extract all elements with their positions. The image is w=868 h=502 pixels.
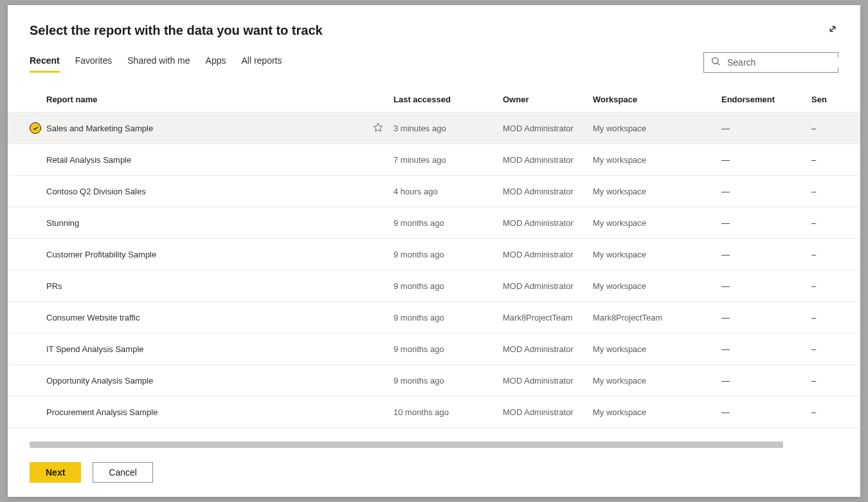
row-owner: MOD Administrator (503, 176, 593, 207)
star-icon[interactable] (373, 125, 383, 135)
row-sensitivity: – (811, 144, 860, 176)
row-report-name: Sales and Marketing Sample (46, 113, 368, 144)
row-favorite-cell[interactable] (368, 396, 393, 428)
row-sensitivity: – (811, 365, 860, 396)
row-select-cell[interactable] (8, 302, 46, 333)
row-report-name: Customer Profitability Sample (46, 239, 368, 270)
search-icon (710, 56, 721, 69)
row-report-name: PRs (46, 270, 368, 302)
table-row[interactable]: Procurement Analysis Sample10 months ago… (8, 396, 860, 428)
tab-favorites[interactable]: Favorites (75, 55, 113, 73)
col-last-accessed[interactable]: Last accessed (393, 87, 503, 113)
row-select-cell[interactable] (8, 239, 46, 270)
horizontal-scrollbar[interactable] (30, 442, 783, 448)
row-owner: Mark8ProjectTeam (503, 302, 593, 333)
row-endorsement: — (721, 302, 811, 333)
table-row[interactable]: PRs9 months agoMOD AdministratorMy works… (8, 270, 860, 302)
row-endorsement: — (721, 144, 811, 176)
row-favorite-cell[interactable] (368, 365, 393, 396)
row-favorite-cell[interactable] (368, 333, 393, 365)
row-owner: MOD Administrator (503, 207, 593, 239)
row-workspace: My workspace (593, 270, 721, 302)
row-last-accessed: 7 minutes ago (393, 144, 503, 176)
row-favorite-cell[interactable] (368, 270, 393, 302)
row-last-accessed: 4 hours ago (393, 176, 503, 207)
tab-search-row: Recent Favorites Shared with me Apps All… (8, 52, 860, 73)
row-workspace: My workspace (593, 176, 721, 207)
row-owner: MOD Administrator (503, 270, 593, 302)
row-sensitivity: – (811, 207, 860, 239)
row-endorsement: — (721, 396, 811, 428)
col-owner[interactable]: Owner (503, 87, 593, 113)
search-input[interactable] (727, 57, 840, 68)
row-select-cell[interactable] (8, 270, 46, 302)
row-favorite-cell[interactable] (368, 144, 393, 176)
row-last-accessed: 9 months ago (393, 207, 503, 239)
row-sensitivity: – (811, 396, 860, 428)
search-box[interactable] (703, 52, 838, 73)
svg-point-0 (712, 58, 718, 64)
table-row[interactable]: Customer Profitability Sample9 months ag… (8, 239, 860, 270)
table-row[interactable]: Contoso Q2 Division Sales4 hours agoMOD … (8, 176, 860, 207)
row-select-cell[interactable] (8, 396, 46, 428)
cancel-button[interactable]: Cancel (93, 462, 153, 483)
row-sensitivity: – (811, 113, 860, 144)
tab-all-reports[interactable]: All reports (241, 55, 282, 73)
row-workspace: My workspace (593, 207, 721, 239)
tabs: Recent Favorites Shared with me Apps All… (30, 55, 282, 73)
row-endorsement: — (721, 333, 811, 365)
row-sensitivity: – (811, 176, 860, 207)
col-report-name[interactable]: Report name (46, 87, 368, 113)
col-endorsement[interactable]: Endorsement (721, 87, 811, 113)
row-endorsement: — (721, 176, 811, 207)
row-last-accessed: 3 minutes ago (393, 113, 503, 144)
row-report-name: Procurement Analysis Sample (46, 396, 368, 428)
table-row[interactable]: Retail Analysis Sample7 minutes agoMOD A… (8, 144, 860, 176)
row-workspace: My workspace (593, 113, 721, 144)
row-last-accessed: 9 months ago (393, 302, 503, 333)
row-owner: MOD Administrator (503, 365, 593, 396)
row-endorsement: — (721, 270, 811, 302)
expand-icon[interactable] (827, 23, 838, 37)
row-report-name: Retail Analysis Sample (46, 144, 368, 176)
row-workspace: My workspace (593, 333, 721, 365)
table-row[interactable]: Sales and Marketing Sample3 minutes agoM… (8, 113, 860, 144)
row-workspace: My workspace (593, 396, 721, 428)
table-header-row: Report name Last accessed Owner Workspac… (8, 87, 860, 113)
tab-recent[interactable]: Recent (30, 55, 60, 73)
row-select-cell[interactable] (8, 176, 46, 207)
row-endorsement: — (721, 239, 811, 270)
row-favorite-cell[interactable] (368, 302, 393, 333)
row-select-cell[interactable] (8, 207, 46, 239)
row-last-accessed: 9 months ago (393, 365, 503, 396)
row-select-cell[interactable] (8, 144, 46, 176)
row-endorsement: — (721, 207, 811, 239)
row-favorite-cell[interactable] (368, 239, 393, 270)
table-row[interactable]: Opportunity Analysis Sample9 months agoM… (8, 365, 860, 396)
row-last-accessed: 10 months ago (393, 396, 503, 428)
row-report-name: Stunning (46, 207, 368, 239)
row-sensitivity: – (811, 239, 860, 270)
row-report-name: Contoso Q2 Division Sales (46, 176, 368, 207)
row-workspace: My workspace (593, 144, 721, 176)
tab-apps[interactable]: Apps (206, 55, 226, 73)
row-endorsement: — (721, 365, 811, 396)
col-sensitivity[interactable]: Sen (811, 87, 860, 113)
table-row[interactable]: Consumer Website traffic9 months agoMark… (8, 302, 860, 333)
col-workspace[interactable]: Workspace (593, 87, 721, 113)
table-row[interactable]: IT Spend Analysis Sample9 months agoMOD … (8, 333, 860, 365)
row-favorite-cell[interactable] (368, 176, 393, 207)
table-row[interactable]: Stunning9 months agoMOD AdministratorMy … (8, 207, 860, 239)
row-workspace: My workspace (593, 239, 721, 270)
row-sensitivity: – (811, 302, 860, 333)
row-owner: MOD Administrator (503, 333, 593, 365)
next-button[interactable]: Next (30, 462, 81, 483)
row-owner: MOD Administrator (503, 113, 593, 144)
row-favorite-cell[interactable] (368, 207, 393, 239)
row-owner: MOD Administrator (503, 396, 593, 428)
tab-shared-with-me[interactable]: Shared with me (127, 55, 190, 73)
row-select-cell[interactable] (8, 333, 46, 365)
row-select-cell[interactable] (8, 365, 46, 396)
row-favorite-cell[interactable] (368, 113, 393, 144)
row-select-cell[interactable] (8, 113, 46, 144)
